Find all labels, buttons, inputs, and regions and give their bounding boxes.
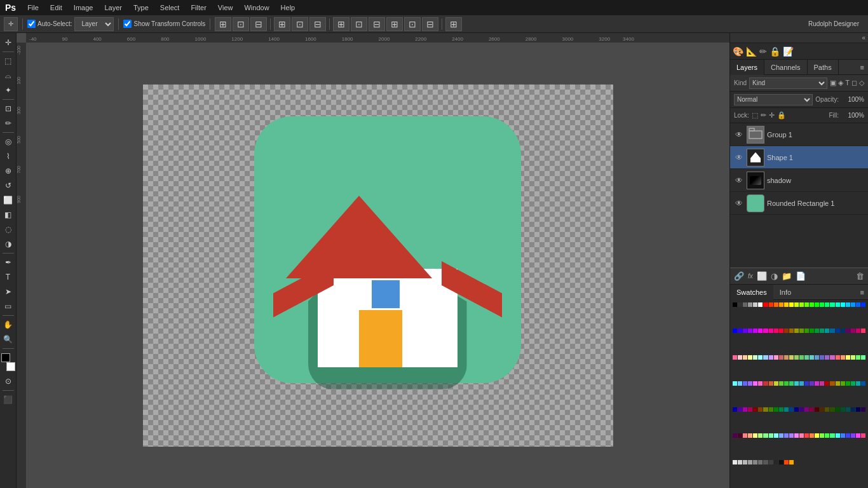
swatch-14[interactable] — [804, 302, 809, 307]
swatch-29[interactable] — [748, 329, 752, 333]
auto-align-btn[interactable]: ⊞ — [445, 17, 462, 31]
swatch-137[interactable] — [769, 433, 773, 438]
eraser-tool[interactable]: ⬜ — [1, 193, 15, 207]
swatch-119[interactable] — [810, 407, 814, 412]
adjustment-icon-4[interactable]: 🔒 — [770, 46, 780, 57]
swatch-85[interactable] — [769, 381, 773, 386]
panel-collapse-btn[interactable]: « — [862, 34, 865, 41]
layer-visibility-shadow[interactable]: 👁 — [734, 176, 744, 185]
swatch-17[interactable] — [820, 302, 824, 307]
swatch-97[interactable] — [830, 381, 834, 386]
swatch-54[interactable] — [743, 355, 747, 360]
swatch-72[interactable] — [836, 355, 840, 360]
swatch-151[interactable] — [841, 433, 845, 438]
delete-layer-icon[interactable]: 🗑 — [856, 271, 864, 281]
adjustment-layer-icon[interactable]: ◑ — [771, 271, 778, 281]
brush-tool[interactable]: ⌇ — [1, 149, 15, 163]
magic-wand-tool[interactable]: ✦ — [1, 83, 15, 97]
swatch-27[interactable] — [738, 329, 742, 333]
distribute-btn[interactable]: ⊞ — [333, 17, 349, 31]
swatch-120[interactable] — [815, 407, 819, 412]
swatch-164[interactable] — [774, 460, 778, 464]
adjustment-icon-3[interactable]: ✏ — [759, 46, 767, 57]
menu-image[interactable]: Image — [69, 3, 98, 13]
lock-pixels-icon[interactable]: ⬚ — [752, 111, 758, 119]
swatch-118[interactable] — [804, 407, 809, 412]
swatch-22[interactable] — [846, 302, 850, 307]
swatch-147[interactable] — [820, 433, 824, 438]
swatch-24[interactable] — [856, 302, 860, 307]
swatch-135[interactable] — [758, 433, 763, 438]
layer-visibility-rounded1[interactable]: 👁 — [734, 199, 744, 208]
swatch-126[interactable] — [846, 407, 850, 412]
history-tool[interactable]: ↺ — [1, 179, 15, 193]
swatch-111[interactable] — [769, 407, 773, 412]
swatch-102[interactable] — [856, 381, 860, 386]
menu-window[interactable]: Window — [239, 3, 274, 13]
swatch-133[interactable] — [748, 433, 752, 438]
swatch-18[interactable] — [825, 302, 829, 307]
swatch-21[interactable] — [841, 302, 845, 307]
lock-position-icon[interactable]: ✏ — [761, 111, 766, 119]
swatch-25[interactable] — [861, 302, 865, 307]
menu-help[interactable]: Help — [276, 3, 301, 13]
swatch-56[interactable] — [753, 355, 757, 360]
add-link-icon[interactable]: 🔗 — [734, 271, 744, 281]
swatch-12[interactable] — [794, 302, 799, 307]
swatch-159[interactable] — [748, 460, 752, 464]
menu-view[interactable]: View — [213, 3, 238, 13]
zoom-tool[interactable]: 🔍 — [1, 332, 15, 346]
swatch-69[interactable] — [820, 355, 824, 360]
align-vcenter-btn[interactable]: ⊡ — [233, 17, 249, 31]
swatch-61[interactable] — [779, 355, 783, 360]
swatch-123[interactable] — [830, 407, 834, 412]
swatch-95[interactable] — [820, 381, 824, 386]
swatch-67[interactable] — [810, 355, 814, 360]
dodge-tool[interactable]: ◑ — [1, 237, 15, 251]
menu-type[interactable]: Type — [128, 3, 154, 13]
swatch-65[interactable] — [799, 355, 804, 360]
swatch-57[interactable] — [758, 355, 763, 360]
swatch-134[interactable] — [753, 433, 757, 438]
swatch-84[interactable] — [763, 381, 768, 386]
swatch-149[interactable] — [830, 433, 834, 438]
swatch-142[interactable] — [794, 433, 799, 438]
swatch-117[interactable] — [799, 407, 804, 412]
swatch-40[interactable] — [804, 329, 809, 333]
swatch-132[interactable] — [743, 433, 747, 438]
swatch-23[interactable] — [851, 302, 855, 307]
swatch-157[interactable] — [738, 460, 742, 464]
swatch-152[interactable] — [846, 433, 850, 438]
swatch-96[interactable] — [825, 381, 829, 386]
swatch-64[interactable] — [794, 355, 799, 360]
lasso-tool[interactable]: ⌓ — [1, 69, 15, 83]
filter-smart-icon[interactable]: ◇ — [859, 79, 864, 87]
text-tool[interactable]: T — [1, 270, 15, 284]
swatch-106[interactable] — [743, 407, 747, 412]
swatch-91[interactable] — [799, 381, 804, 386]
layer-item-shape1[interactable]: 👁 Shape 1 — [730, 146, 868, 169]
distribute3-btn[interactable]: ⊟ — [369, 17, 385, 31]
swatch-8[interactable] — [774, 302, 778, 307]
swatch-89[interactable] — [789, 381, 794, 386]
folder-icon[interactable]: 📁 — [782, 271, 792, 281]
swatch-99[interactable] — [841, 381, 845, 386]
move-tool-btn[interactable]: ✛ — [4, 17, 18, 31]
blend-mode-select[interactable]: Normal Multiply Screen Overlay — [734, 94, 813, 105]
swatch-51[interactable] — [861, 329, 865, 333]
swatch-9[interactable] — [779, 302, 783, 307]
adjustment-icon-1[interactable]: 🎨 — [733, 46, 743, 57]
menu-file[interactable]: File — [22, 3, 44, 13]
swatch-52[interactable] — [733, 355, 737, 360]
swatch-77[interactable] — [861, 355, 865, 360]
swatch-144[interactable] — [804, 433, 809, 438]
swatch-80[interactable] — [743, 381, 747, 386]
swatch-105[interactable] — [738, 407, 742, 412]
swatch-139[interactable] — [779, 433, 783, 438]
swatch-110[interactable] — [763, 407, 768, 412]
swatch-20[interactable] — [836, 302, 840, 307]
swatch-160[interactable] — [753, 460, 757, 464]
swatch-87[interactable] — [779, 381, 783, 386]
swatches-menu-btn[interactable]: ≡ — [857, 285, 868, 299]
swatch-16[interactable] — [815, 302, 819, 307]
